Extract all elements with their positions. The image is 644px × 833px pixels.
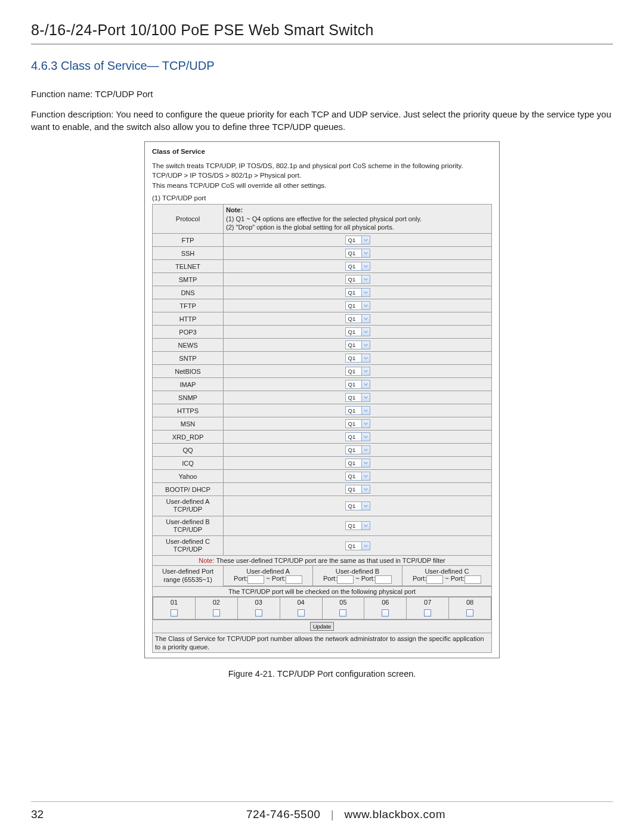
priority-select[interactable]: Q1 [345,541,370,550]
port-checkbox[interactable] [298,609,305,617]
chevron-down-icon[interactable] [362,327,370,336]
priority-select[interactable]: Q1 [345,288,370,297]
update-button[interactable]: Update [310,622,335,631]
port-checkbox-cell [322,607,364,620]
select-value: Q1 [345,236,362,244]
priority-select[interactable]: Q1 [345,419,370,428]
priority-cell: Q1 [224,299,492,312]
chevron-down-icon[interactable] [362,380,370,389]
ud-c-port-from[interactable] [426,575,443,584]
priority-select[interactable]: Q1 [345,485,370,494]
select-value: Q1 [345,393,362,402]
chevron-down-icon[interactable] [362,393,370,402]
chevron-down-icon[interactable] [362,354,370,363]
priority-select[interactable]: Q1 [345,432,370,441]
priority-select[interactable]: Q1 [345,393,370,402]
port-checkbox[interactable] [339,609,346,617]
footer-phone: 724-746-5500 [246,808,320,820]
priority-select[interactable]: Q1 [345,406,370,415]
chevron-down-icon[interactable] [362,501,370,510]
ud-b-port-from[interactable] [337,575,354,584]
ud-note-text: These user-defined TCP/UDP port are the … [216,557,445,564]
select-value: Q1 [345,501,362,510]
protocol-name: NEWS [153,339,224,352]
priority-select[interactable]: Q1 [345,262,370,271]
select-value: Q1 [345,521,362,530]
chevron-down-icon[interactable] [362,236,370,244]
priority-select[interactable]: Q1 [345,314,370,323]
ud-b-label: User-defined B [314,568,401,575]
ud-c-port-to[interactable] [465,575,481,584]
ud-b-port-to[interactable] [375,575,392,584]
select-value: Q1 [345,301,362,310]
select-value: Q1 [345,327,362,336]
chevron-down-icon[interactable] [362,249,370,258]
footer-contact: 724-746-5500 | www.blackbox.com [79,808,613,821]
function-name-line: Function name: TCP/UDP Port [31,88,613,100]
select-value: Q1 [345,406,362,415]
select-value: Q1 [345,249,362,258]
priority-select[interactable]: Q1 [345,501,370,510]
port-number: 03 [237,597,280,607]
chevron-down-icon[interactable] [362,485,370,494]
protocol-name: HTTP [153,312,224,326]
chevron-down-icon[interactable] [362,541,370,550]
priority-select[interactable]: Q1 [345,472,370,481]
chevron-down-icon[interactable] [362,314,370,323]
priority-select[interactable]: Q1 [345,367,370,376]
priority-select[interactable]: Q1 [345,327,370,336]
chevron-down-icon[interactable] [362,406,370,415]
chevron-down-icon[interactable] [362,367,370,376]
protocol-name: FTP [153,234,224,247]
chevron-down-icon[interactable] [362,432,370,441]
priority-select[interactable]: Q1 [345,354,370,363]
priority-select[interactable]: Q1 [345,521,370,530]
port-checkbox[interactable] [424,609,431,617]
chevron-down-icon[interactable] [362,340,370,349]
port-checkbox[interactable] [171,609,178,617]
port-checkbox[interactable] [382,609,389,617]
select-value: Q1 [345,380,362,389]
ud-a-port-to[interactable] [286,575,302,584]
protocol-name: SNMP [153,391,224,404]
protocol-row: QQQ1 [153,444,492,457]
port-checkbox[interactable] [213,609,220,617]
protocol-row: IMAPQ1 [153,378,492,391]
ud-col-a: User-defined A Port: ~ Port: [224,566,313,586]
protocol-name: SSH [153,247,224,260]
port-checkbox[interactable] [466,609,473,617]
port-checkbox-cell [449,607,491,620]
priority-cell: Q1 [224,483,492,496]
chevron-down-icon[interactable] [362,275,370,284]
chevron-down-icon[interactable] [362,301,370,310]
priority-cell: Q1 [224,536,492,556]
priority-select[interactable]: Q1 [345,275,370,284]
priority-select[interactable]: Q1 [345,340,370,349]
priority-select[interactable]: Q1 [345,459,370,467]
protocol-row: NEWSQ1 [153,339,492,352]
port-number: 06 [364,597,407,607]
protocol-name: SNTP [153,352,224,365]
page-footer: 32 724-746-5500 | www.blackbox.com [31,801,613,821]
priority-select[interactable]: Q1 [345,236,370,244]
chevron-down-icon[interactable] [362,262,370,271]
chevron-down-icon[interactable] [362,521,370,530]
protocol-row: SMTPQ1 [153,273,492,286]
chevron-down-icon[interactable] [362,459,370,467]
protocol-row: XRD_RDPQ1 [153,431,492,444]
chevron-down-icon[interactable] [362,445,370,454]
chevron-down-icon[interactable] [362,472,370,481]
port-number: 08 [449,597,491,607]
priority-select[interactable]: Q1 [345,301,370,310]
protocol-row: TFTPQ1 [153,299,492,312]
priority-select[interactable]: Q1 [345,445,370,454]
port-checkbox[interactable] [255,609,262,617]
protocol-name: XRD_RDP [153,431,224,444]
ud-a-port-from[interactable] [247,575,264,584]
priority-cell: Q1 [224,496,492,516]
priority-select[interactable]: Q1 [345,249,370,258]
priority-select[interactable]: Q1 [345,380,370,389]
chevron-down-icon[interactable] [362,419,370,428]
protocol-name: POP3 [153,326,224,339]
chevron-down-icon[interactable] [362,288,370,297]
